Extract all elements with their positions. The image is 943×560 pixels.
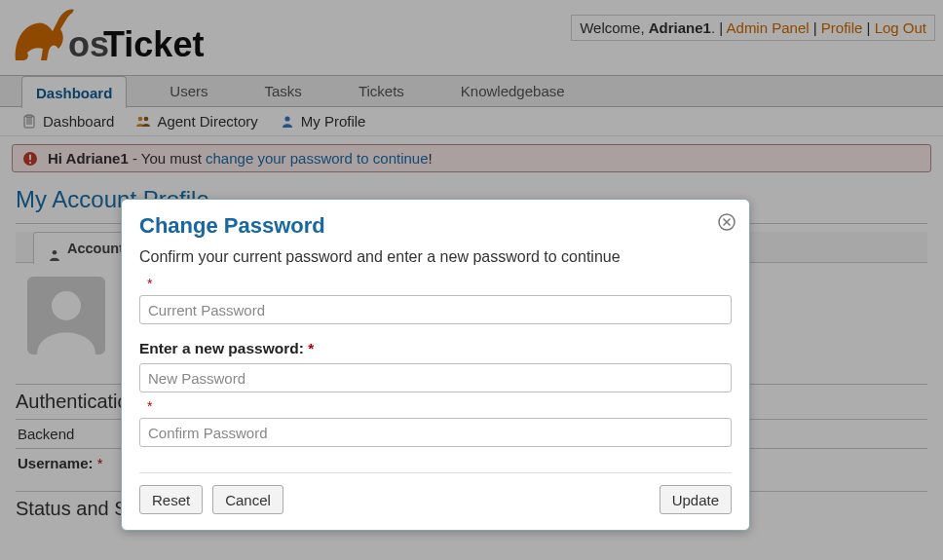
new-password-label-text: Enter a new password: <box>139 340 304 356</box>
confirm-password-input[interactable] <box>139 418 732 447</box>
required-asterisk: * <box>147 398 732 414</box>
cancel-button[interactable]: Cancel <box>212 485 283 514</box>
modal-close-button[interactable] <box>718 213 736 231</box>
modal-description: Confirm your current password and enter … <box>139 248 732 266</box>
required-asterisk: * <box>308 340 314 356</box>
modal-footer: Reset Cancel Update <box>139 472 732 514</box>
update-button[interactable]: Update <box>660 485 732 514</box>
modal-title: Change Password <box>139 213 732 239</box>
required-asterisk: * <box>147 276 732 291</box>
close-icon <box>718 213 736 231</box>
current-password-input[interactable] <box>139 295 732 324</box>
change-password-modal: Change Password Confirm your current pas… <box>121 199 750 531</box>
new-password-label: Enter a new password: * <box>139 340 732 357</box>
reset-button[interactable]: Reset <box>139 485 203 514</box>
new-password-input[interactable] <box>139 363 732 392</box>
